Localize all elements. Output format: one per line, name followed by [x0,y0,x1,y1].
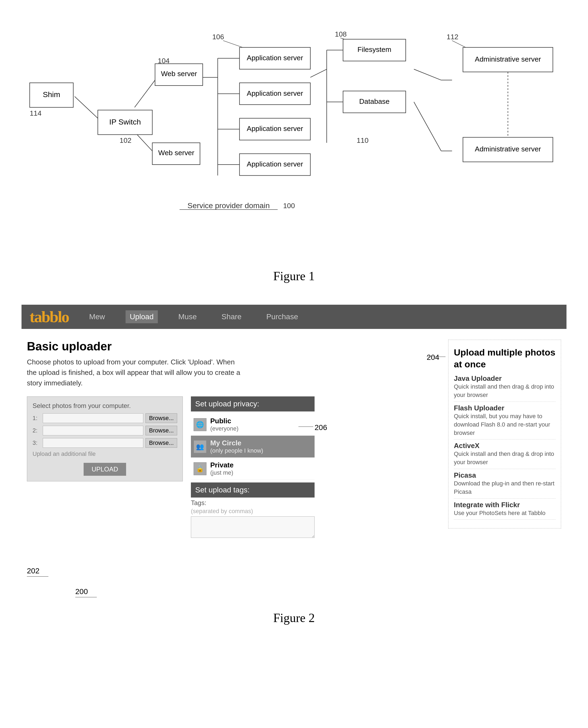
tags-title: Set upload tags: [191,482,315,498]
ref-200-line [75,597,97,597]
svg-text:110: 110 [357,136,369,144]
private-icon: 🔒 [194,462,207,475]
privacy-option-public[interactable]: 🌐 Public (everyone) [191,414,315,436]
sidebar-flash-title: Flash Uploader [454,404,555,412]
privacy-title: Set upload privacy: [191,396,315,412]
row3-label: 3: [33,439,41,446]
upload-submit-btn[interactable]: UPLOAD [84,463,126,476]
sidebar-flash-uploader: Flash Uploader Quick install, but you ma… [454,404,555,439]
figure2-caption: Figure 2 [22,611,566,625]
figure1-caption: Figure 1 [22,269,566,283]
ref-200: 200 [22,587,566,596]
browse-btn-3[interactable]: Browse... [145,438,177,448]
ref-206: 206 [315,423,327,432]
svg-text:Application server: Application server [247,89,303,97]
svg-line-13 [414,69,441,80]
figure2-outer: tabblo Mew Upload Muse Share Purchase Ba… [22,305,566,597]
svg-text:Application server: Application server [247,160,303,168]
tags-label: Tags: [191,499,315,507]
row2-label: 2: [33,427,41,434]
nav-mew[interactable]: Mew [85,310,109,323]
svg-text:Web server: Web server [159,149,194,157]
figure1-diagram: Shim 114 IP Switch Web server 104 Web se… [22,16,566,231]
svg-text:102: 102 [120,136,131,144]
sidebar-picasa-title: Picasa [454,471,555,479]
mycircle-icon: 👥 [194,440,207,453]
browse-btn-2[interactable]: Browse... [145,426,177,435]
sidebar-activex: ActiveX Quick install and then drag & dr… [454,442,555,469]
svg-line-14 [414,102,441,151]
upload-input-2[interactable] [43,426,143,435]
svg-line-1 [135,80,155,107]
sidebar-java-title: Java Uploader [454,374,555,383]
privacy-option-mycircle[interactable]: 👥 My Circle (only people I know) [191,436,315,458]
svg-text:Application server: Application server [247,125,303,132]
ref-204: 204 [427,353,439,362]
basic-uploader-title: Basic uploader [27,340,437,353]
privacy-public-subtitle: (everyone) [210,425,238,432]
upload-input-3[interactable] [43,438,143,448]
svg-text:Service provider domain: Service provider domain [187,201,270,210]
sidebar-title: Upload multiple photos at once [454,347,555,370]
nav-muse[interactable]: Muse [174,310,201,323]
privacy-private-title: Private [210,461,234,469]
svg-text:112: 112 [446,33,458,41]
tabblo-logo: tabblo [29,308,68,326]
sidebar-activex-title: ActiveX [454,442,555,450]
sidebar-java-uploader: Java Uploader Quick install and then dra… [454,374,555,402]
upload-row-2: 2: Browse... [33,426,177,435]
upload-form-title: Select photos from your computer. [33,402,177,410]
svg-text:104: 104 [158,57,170,65]
tabblo-navbar: tabblo Mew Upload Muse Share Purchase [22,305,566,329]
nav-share[interactable]: Share [217,310,246,323]
svg-text:Administrative server: Administrative server [475,55,541,63]
sidebar-picasa-desc: Download the plug-in and then re-start P… [454,479,555,496]
figure2-sidebar: Upload multiple photos at once Java Uplo… [448,340,561,528]
basic-uploader-desc: Choose photos to upload from your comput… [27,357,242,388]
svg-text:IP Switch: IP Switch [109,118,141,126]
svg-text:108: 108 [335,30,347,38]
sidebar-flickr: Integrate with Flickr Use your PhotoSets… [454,501,555,520]
browse-btn-1[interactable]: Browse... [145,413,177,423]
svg-text:Database: Database [359,97,390,105]
ref-206-line [298,427,313,427]
figure2-left-column: Basic uploader Choose photos to upload f… [27,340,437,577]
svg-text:Web server: Web server [161,70,197,78]
nav-purchase[interactable]: Purchase [262,310,302,323]
privacy-mycircle-title: My Circle [210,439,263,447]
upload-additional-link[interactable]: Upload an additional file [33,451,177,457]
privacy-mycircle-subtitle: (only people I know) [210,447,263,454]
figure1-container: Shim 114 IP Switch Web server 104 Web se… [22,16,566,258]
upload-row-1: 1: Browse... [33,413,177,423]
privacy-tags-column: 206 Set upload privacy: 🌐 Public (everyo… [191,396,315,540]
sidebar-flickr-desc: Use your PhotoSets here at Tabblo [454,509,555,517]
tags-sublabel: (separated by commas) [191,508,315,515]
tags-input[interactable] [191,516,315,538]
upload-row-3: 3: Browse... [33,438,177,448]
privacy-public-title: Public [210,417,238,425]
svg-text:106: 106 [212,33,224,41]
privacy-mycircle-text: My Circle (only people I know) [210,439,263,454]
sidebar-flash-desc: Quick install, but you may have to downl… [454,412,555,437]
svg-text:Application server: Application server [247,54,303,62]
privacy-option-private[interactable]: 🔒 Private (just me) [191,458,315,480]
public-icon: 🌐 [194,418,207,431]
sidebar-picasa: Picasa Download the plug-in and then re-… [454,471,555,499]
ref-202: 202 [27,567,437,575]
ref-202-line [27,576,48,577]
svg-text:Filesystem: Filesystem [358,45,392,54]
privacy-private-subtitle: (just me) [210,469,234,476]
privacy-private-text: Private (just me) [210,461,234,476]
upload-input-1[interactable] [43,413,143,423]
svg-text:Shim: Shim [43,90,60,99]
privacy-public-text: Public (everyone) [210,417,238,432]
page: Shim 114 IP Switch Web server 104 Web se… [0,0,588,641]
svg-text:114: 114 [29,109,41,117]
svg-text:100: 100 [283,202,295,210]
figure2-right-wrapper: 204 Upload multiple photos at once Java … [448,340,561,577]
sidebar-activex-desc: Quick install and then drag & drop into … [454,450,555,466]
row1-label: 1: [33,415,41,422]
svg-line-0 [75,97,98,118]
nav-upload[interactable]: Upload [126,310,158,323]
sidebar-flickr-title: Integrate with Flickr [454,501,555,509]
